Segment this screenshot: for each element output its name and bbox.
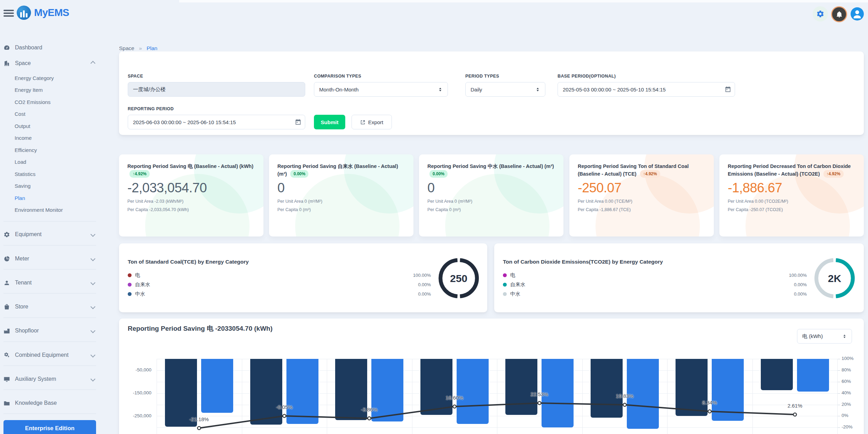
stat-card-subline: Per Unit Area 0 (m³/M²) bbox=[277, 199, 405, 204]
bar-actual[interactable] bbox=[286, 359, 318, 424]
space-input[interactable] bbox=[128, 82, 305, 97]
stat-card: Reporting Period Saving 中水 (Baseline - A… bbox=[419, 154, 563, 236]
bar-baseline[interactable] bbox=[420, 359, 452, 415]
breadcrumb-space[interactable]: Space bbox=[119, 45, 134, 51]
brand-logo[interactable]: MyEMS bbox=[17, 6, 69, 20]
chevron-down-icon bbox=[90, 377, 95, 381]
donut-card: Ton of Carbon Dioxide Emissions(TCO2E) b… bbox=[494, 243, 864, 312]
sidebar-subitem-output[interactable]: Output bbox=[15, 121, 98, 131]
axis-tick bbox=[837, 359, 840, 359]
bar-baseline[interactable] bbox=[505, 359, 537, 415]
sidebar-subitem-cost[interactable]: Cost bbox=[15, 109, 98, 119]
bar-actual[interactable] bbox=[712, 359, 744, 421]
chevron-down-icon bbox=[90, 256, 95, 261]
gridline bbox=[242, 359, 242, 434]
y-left-tick-label: -50,000 bbox=[113, 367, 151, 372]
profile-button[interactable] bbox=[851, 7, 864, 21]
bar-chart-title: Reporting Period Saving 电 -2033054.70 (k… bbox=[128, 324, 273, 333]
sidebar-subitem-energy-category[interactable]: Energy Category bbox=[15, 73, 98, 83]
comparison-types-select[interactable]: Month-On-Month bbox=[314, 82, 448, 97]
enterprise-edition-button[interactable]: Enterprise Edition bbox=[3, 420, 96, 434]
stat-card-subline: Per Capita -1,886.67 (TCE) bbox=[578, 207, 705, 212]
line-point-label: 22.53% bbox=[519, 391, 560, 397]
sidebar-subitem-income[interactable]: Income bbox=[15, 133, 98, 143]
sidebar-item-space[interactable]: Space bbox=[3, 58, 100, 69]
chart-unit-select[interactable]: 电 (kWh) bbox=[797, 329, 852, 344]
sidebar-item-auxiliary-system[interactable]: Auxiliary System bbox=[3, 374, 100, 384]
stat-card-title: Reporting Period Saving 自来水 (Baseline - … bbox=[277, 163, 405, 178]
hamburger-menu-button[interactable] bbox=[3, 10, 14, 17]
settings-button[interactable] bbox=[813, 6, 828, 22]
space-input-wrap bbox=[128, 82, 305, 97]
sidebar-item-label: Store bbox=[15, 304, 28, 310]
sidebar-item-dashboard[interactable]: Dashboard bbox=[3, 42, 100, 53]
y-right-tick-label: 0% bbox=[842, 413, 849, 418]
line-point-label: 19.83% bbox=[604, 393, 646, 399]
sidebar-subitem-co2-emissions[interactable]: CO2 Emissions bbox=[15, 97, 98, 107]
reporting-period-input[interactable] bbox=[128, 115, 305, 129]
sidebar-item-meter[interactable]: Meter bbox=[3, 254, 100, 264]
sidebar-subitem-efficiency[interactable]: Efficiency bbox=[15, 145, 98, 155]
page-top-strip bbox=[179, 0, 868, 2]
comparison-types-label: COMPARISON TYPES bbox=[314, 74, 361, 79]
sidebar-item-knowledge-base[interactable]: Knowledge Base bbox=[3, 398, 100, 408]
sidebar-item-shopfloor[interactable]: Shopfloor bbox=[3, 326, 100, 336]
change-badge: 0.00% bbox=[429, 170, 448, 178]
period-types-select[interactable]: Daily bbox=[465, 82, 545, 97]
line-point-label: -21.18% bbox=[178, 416, 220, 422]
export-button[interactable]: Export bbox=[352, 115, 392, 129]
sidebar-item-label: Equipment bbox=[15, 231, 42, 238]
axis-tick bbox=[837, 405, 840, 405]
sidebar-subitem-saving[interactable]: Saving bbox=[15, 181, 98, 191]
sidebar-subitem-environment-monitor[interactable]: Environment Monitor bbox=[15, 205, 98, 215]
submit-button[interactable]: Submit bbox=[314, 115, 345, 129]
gridline bbox=[752, 359, 753, 434]
sidebar-item-store[interactable]: Store bbox=[3, 302, 100, 312]
building-icon bbox=[3, 60, 10, 67]
y-left-tick-label: -150,000 bbox=[113, 390, 151, 395]
axis-tick bbox=[837, 427, 840, 428]
folder-icon bbox=[3, 400, 10, 407]
change-badge: ↑4.92% bbox=[129, 170, 150, 178]
chevron-down-icon bbox=[90, 280, 95, 285]
change-badge: 0.00% bbox=[290, 170, 308, 178]
gridline bbox=[837, 359, 838, 434]
line-point-label: -3.86% bbox=[348, 407, 390, 412]
bar-baseline[interactable] bbox=[761, 359, 793, 390]
sidebar-item-equipment[interactable]: Equipment bbox=[3, 229, 100, 240]
notifications-button[interactable] bbox=[831, 6, 847, 22]
y-right-tick-label: 80% bbox=[842, 367, 851, 372]
bar-actual[interactable] bbox=[797, 359, 829, 392]
bar-actual[interactable] bbox=[201, 359, 233, 413]
sidebar-subitem-statistics[interactable]: Statistics bbox=[15, 169, 98, 179]
donut-center-label: 2K bbox=[814, 273, 855, 284]
bar-actual[interactable] bbox=[457, 359, 489, 424]
stat-card-title: Reporting Period Saving 电 (Baseline - Ac… bbox=[127, 163, 255, 178]
gauge-icon bbox=[3, 45, 10, 51]
chevron-up-icon bbox=[90, 61, 95, 66]
sidebar-item-label: Meter bbox=[15, 256, 29, 262]
sidebar-item-label: Auxiliary System bbox=[15, 376, 56, 382]
stat-card-subline: Per Unit Area -2.03 (kWh/M²) bbox=[127, 199, 255, 204]
chart-unit-value: 电 (kWh) bbox=[802, 333, 823, 340]
bar-baseline[interactable] bbox=[250, 359, 282, 425]
stat-card-title: Reporting Period Saving Ton of Standard … bbox=[578, 163, 705, 178]
base-period-input[interactable] bbox=[558, 82, 735, 97]
stat-card: Reporting Period Saving 电 (Baseline - Ac… bbox=[119, 154, 263, 236]
line-point-label: 8.34% bbox=[689, 400, 731, 405]
bar-baseline[interactable] bbox=[591, 359, 623, 418]
line-point-label: -0.05% bbox=[263, 404, 305, 410]
sidebar-item-tenant[interactable]: Tenant bbox=[3, 278, 100, 288]
user-icon bbox=[3, 280, 10, 286]
sidebar-subitem-energy-item[interactable]: Energy Item bbox=[15, 85, 98, 95]
stat-card: Reporting Period Saving 自来水 (Baseline - … bbox=[269, 154, 413, 236]
stat-card-value: 0 bbox=[277, 180, 405, 195]
sidebar-subitem-plan[interactable]: Plan bbox=[15, 193, 98, 203]
stat-card-subline: Per Capita 0 (m³) bbox=[427, 207, 555, 212]
y-right-tick-label: -20% bbox=[842, 424, 853, 429]
stat-card-value: -1,886.67 bbox=[728, 180, 855, 195]
bar-baseline[interactable] bbox=[676, 359, 708, 416]
breadcrumb-plan: Plan bbox=[147, 45, 157, 51]
sidebar-item-combined-equipment[interactable]: Combined Equipment bbox=[3, 350, 100, 360]
sidebar-subitem-load[interactable]: Load bbox=[15, 157, 98, 167]
